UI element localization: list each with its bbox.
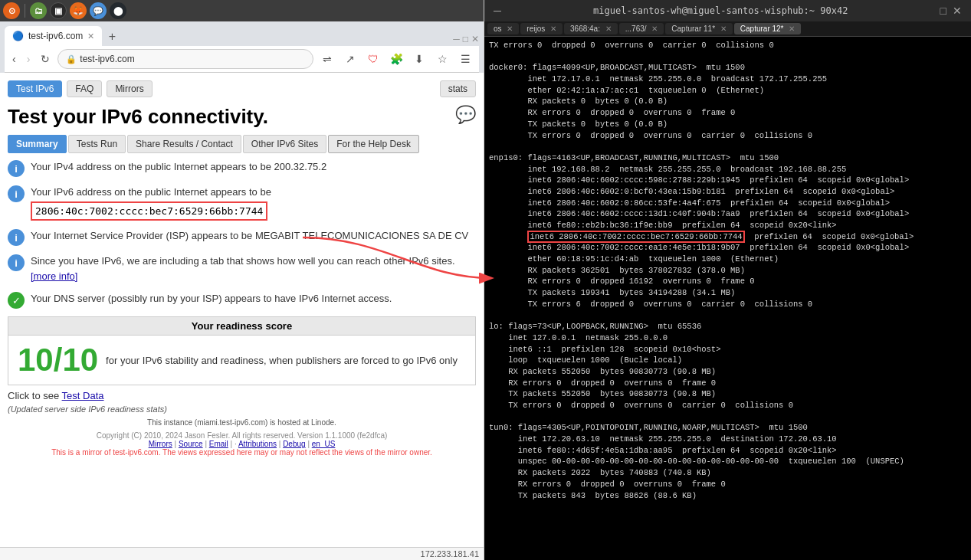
active-tab[interactable]: 🔵 test-ipv6.com ✕ (5, 26, 102, 46)
ubuntu-icon[interactable]: ⊙ (3, 2, 20, 19)
tab-share-results[interactable]: Share Results / Contact (127, 135, 241, 153)
terminal-title: miguel-santos-wh@miguel-santos-wisphub:~… (504, 5, 937, 16)
shield-icon[interactable]: 🛡 (364, 50, 382, 68)
chat-icon[interactable]: 💬 (455, 105, 476, 125)
status-ip: 172.233.181.41 (421, 549, 479, 558)
result-ipv4: i Your IPv4 address on the public Intern… (8, 159, 476, 177)
tab-close-icon[interactable]: ✕ (651, 25, 658, 33)
result-isp: i Your Internet Service Provider (ISP) a… (8, 228, 476, 246)
terminal-panel: ─ miguel-santos-wh@miguel-santos-wisphub… (484, 0, 971, 560)
score-description: for your IPv6 stability and readiness, w… (106, 355, 458, 366)
tab-other-sites[interactable]: Other IPv6 Sites (243, 135, 326, 153)
maximize-button[interactable]: □ (463, 34, 468, 44)
ipv6-address-box: 2806:40c:7002:cccc:bec7:6529:66bb:7744 (31, 201, 267, 221)
menu-button[interactable]: ☰ (456, 50, 474, 68)
locale-link[interactable]: en_US (312, 440, 336, 448)
terminal-maximize-button[interactable]: □ (937, 5, 950, 17)
info-icon-4: i (8, 254, 25, 271)
taskbar-separator (25, 4, 25, 18)
share-button[interactable]: ↗ (341, 50, 359, 68)
new-tab-button[interactable]: + (103, 28, 121, 46)
browser-panel: ⊙ 🗂 ▣ 🦊 💬 ⬤ 🔵 test-ipv6.com ✕ + ─ □ ✕ ‹ … (0, 0, 484, 560)
instance-note: This instance (miami.test-ipv6.com) is h… (8, 418, 476, 427)
result-dns: ✓ Your DNS server (possibly run by your … (8, 291, 476, 309)
source-link[interactable]: Source (179, 440, 203, 448)
terminal-taskbar-icon[interactable]: ▣ (50, 2, 67, 19)
tab-close-icon[interactable]: ✕ (789, 25, 795, 33)
files-taskbar-icon[interactable]: 🗂 (30, 2, 47, 19)
terminal-tab-os[interactable]: os ✕ (487, 23, 519, 34)
mirrors-link[interactable]: Mirrors (149, 440, 172, 448)
close-button[interactable]: ✕ (471, 34, 479, 44)
tab-close-icon[interactable]: ✕ (720, 25, 727, 33)
site-nav: Test IPv6 FAQ Mirrors stats (8, 77, 476, 102)
chat-taskbar-icon[interactable]: 💬 (90, 2, 107, 19)
tab-summary[interactable]: Summary (8, 135, 67, 153)
terminal-tab-763[interactable]: ...763/ ✕ (619, 23, 664, 34)
terminal-minimize-button[interactable]: ─ (490, 5, 504, 17)
tab-help-desk[interactable]: For the Help Desk (328, 135, 419, 153)
terminal-close-button[interactable]: ✕ (950, 5, 965, 17)
back-button[interactable]: ‹ (9, 51, 19, 67)
tab-close-icon[interactable]: ✕ (550, 25, 556, 33)
browser-taskbar-icon[interactable]: 🦊 (70, 2, 87, 19)
info-icon-2: i (8, 185, 25, 202)
url-text: test-ipv6.com (80, 54, 134, 64)
server-note: (Updated server side IPv6 readiness stat… (8, 404, 476, 414)
github-taskbar-icon[interactable]: ⬤ (110, 2, 126, 19)
terminal-highlighted-inet6: inet6 2806:40c:7002:cccc:bec7:6529:66bb:… (527, 231, 744, 243)
taskbar: ⊙ 🗂 ▣ 🦊 💬 ⬤ (0, 0, 484, 21)
tab-close-icon[interactable]: ✕ (507, 25, 513, 33)
bookmark-button[interactable]: ☆ (433, 50, 451, 68)
info-icon-1: i (8, 160, 25, 177)
test-data-line: Click to see Test Data (8, 390, 476, 401)
result-text-4: Since you have IPv6, we are including a … (31, 254, 476, 283)
check-icon: ✓ (8, 292, 25, 309)
results-area: i Your IPv4 address on the public Intern… (8, 159, 476, 309)
email-link[interactable]: Email (209, 440, 228, 448)
tab-bar: 🔵 test-ipv6.com ✕ + ─ □ ✕ (5, 25, 479, 46)
score-number: 10/10 (18, 342, 98, 378)
translate-button[interactable]: ⇌ (318, 50, 336, 68)
info-icon-3: i (8, 229, 25, 246)
site-nav-test-ipv6[interactable]: Test IPv6 (8, 80, 62, 97)
terminal-body[interactable]: TX errors 0 dropped 0 overruns 0 carrier… (484, 37, 971, 560)
tab-favicon: 🔵 (12, 31, 24, 41)
address-bar[interactable]: 🔒 test-ipv6.com (57, 49, 313, 69)
minimize-button[interactable]: ─ (453, 34, 460, 44)
result-text-3: Your Internet Service Provider (ISP) app… (31, 228, 468, 244)
result-ipv6-tab: i Since you have IPv6, we are including … (8, 254, 476, 283)
extensions-button[interactable]: 🧩 (387, 50, 405, 68)
score-body: 10/10 for your IPv6 stability and readin… (8, 336, 475, 385)
more-info-link[interactable]: [more info] (31, 270, 77, 282)
terminal-tab-capturar12[interactable]: Capturar 12* ✕ (734, 23, 801, 34)
result-text-1: Your IPv4 address on the public Internet… (31, 159, 326, 175)
terminal-tab-capturar11[interactable]: Capturar 11* ✕ (665, 23, 732, 34)
terminal-tabs: os ✕ reijos ✕ 3668:4a: ✕ ...763/ ✕ Captu… (484, 21, 971, 37)
site-nav-faq[interactable]: FAQ (67, 80, 102, 97)
site-nav-mirrors[interactable]: Mirrors (107, 80, 152, 97)
page-title: Test your IPv6 connectivity. (8, 105, 476, 129)
lock-icon: 🔒 (66, 54, 77, 64)
title-area: 💬 Test your IPv6 connectivity. (8, 105, 476, 129)
test-data-link[interactable]: Test Data (62, 390, 104, 401)
footer-copyright: Copyright (C) 2010, 2024 Jason Fesler. A… (8, 431, 476, 440)
score-section: Your readiness score 10/10 for your IPv6… (8, 316, 476, 385)
page-content: Test IPv6 FAQ Mirrors stats 💬 Test your … (0, 73, 484, 547)
terminal-titlebar: ─ miguel-santos-wh@miguel-santos-wisphub… (484, 0, 971, 21)
tab-close-button[interactable]: ✕ (87, 31, 94, 41)
debug-link[interactable]: Debug (283, 440, 305, 448)
reload-button[interactable]: ↻ (38, 51, 53, 67)
attributions-link[interactable]: Attributions (238, 440, 277, 448)
download-button[interactable]: ⬇ (410, 50, 428, 68)
browser-chrome: 🔵 test-ipv6.com ✕ + ─ □ ✕ ‹ › ↻ 🔒 test-i… (0, 21, 484, 73)
result-ipv6: i Your IPv6 address on the public Intern… (8, 185, 476, 221)
footer: Copyright (C) 2010, 2024 Jason Fesler. A… (8, 431, 476, 457)
stats-button[interactable]: stats (440, 80, 476, 97)
tab-close-icon[interactable]: ✕ (605, 25, 612, 33)
tab-tests-run[interactable]: Tests Run (68, 135, 126, 153)
forward-button[interactable]: › (24, 51, 34, 67)
score-header: Your readiness score (8, 317, 475, 336)
terminal-tab-reijos[interactable]: reijos ✕ (520, 23, 563, 34)
terminal-tab-3668[interactable]: 3668:4a: ✕ (564, 23, 618, 34)
